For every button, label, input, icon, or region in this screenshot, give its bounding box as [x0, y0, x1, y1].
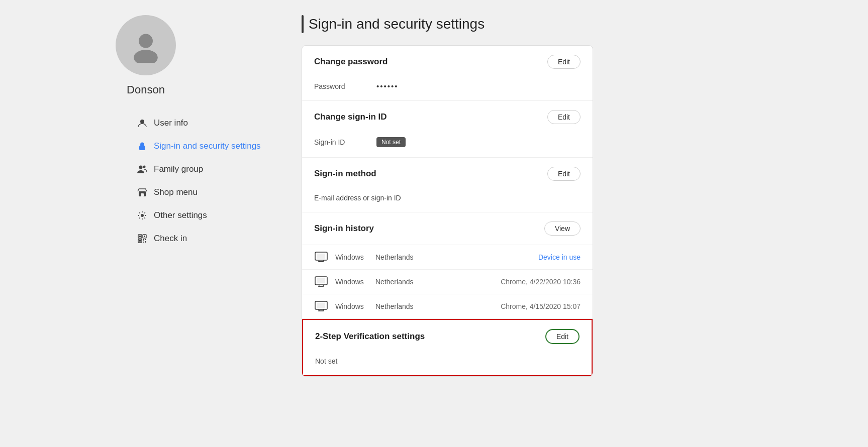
two-step-not-set-value: Not set — [315, 357, 580, 365]
svg-point-10 — [141, 214, 144, 217]
history-item-1: Windows Netherlands Device in use — [302, 245, 593, 269]
sidebar-item-other-settings[interactable]: Other settings — [131, 205, 292, 226]
change-password-title: Change password — [314, 57, 388, 67]
sidebar-item-shop-menu[interactable]: Shop menu — [131, 182, 292, 203]
change-signin-id-title: Change sign-in ID — [314, 112, 387, 122]
signin-method-edit-button[interactable]: Edit — [547, 167, 581, 181]
history-status-1: Device in use — [538, 253, 581, 261]
svg-rect-26 — [317, 303, 325, 308]
device-icon-2 — [314, 275, 328, 289]
change-signin-id-header: Change sign-in ID Edit — [302, 101, 593, 133]
signin-id-field-row: Sign-in ID Not set — [314, 137, 581, 147]
device-icon-3 — [314, 299, 328, 313]
history-os-2: Windows — [335, 278, 370, 286]
password-value: •••••• — [376, 82, 399, 90]
change-signin-id-edit-button[interactable]: Edit — [547, 110, 581, 124]
sidebar-item-check-in[interactable]: Check in — [131, 228, 292, 249]
sidebar-item-label-shop: Shop menu — [154, 187, 198, 197]
signin-history-header: Sign-in history View — [302, 212, 593, 245]
gear-icon — [137, 210, 148, 221]
history-location-1: Netherlands — [375, 253, 414, 261]
change-signin-id-section: Change sign-in ID Edit Sign-in ID Not se… — [302, 101, 593, 158]
page-title-wrapper: Sign-in and security settings — [302, 15, 838, 33]
signin-method-title: Sign-in method — [314, 169, 376, 179]
two-step-verification-title: 2-Step Verification settings — [315, 331, 425, 342]
signin-id-badge: Not set — [376, 137, 406, 147]
history-item-2: Windows Netherlands Chrome, 4/22/2020 10… — [302, 269, 593, 294]
svg-point-4 — [142, 147, 143, 148]
svg-rect-12 — [139, 236, 141, 237]
signin-method-body: E-mail address or sign-in ID — [302, 190, 593, 212]
svg-rect-9 — [141, 193, 144, 196]
history-status-3: Chrome, 4/15/2020 15:07 — [501, 302, 581, 310]
signin-method-section: Sign-in method Edit E-mail address or si… — [302, 158, 593, 212]
signin-method-value: E-mail address or sign-in ID — [314, 194, 581, 202]
settings-sections: Change password Edit Password •••••• Cha… — [302, 45, 593, 377]
shop-icon — [137, 187, 148, 198]
signin-history-title: Sign-in history — [314, 224, 374, 234]
history-info-1: Windows Netherlands Device in use — [335, 253, 581, 261]
sidebar-item-sign-in-security[interactable]: Sign-in and security settings — [131, 136, 292, 157]
sidebar-item-label-sign-in: Sign-in and security settings — [154, 141, 261, 151]
svg-rect-18 — [145, 239, 146, 240]
svg-point-5 — [139, 166, 143, 169]
sidebar-item-label-user-info: User info — [154, 118, 188, 128]
title-bar-decoration — [302, 15, 304, 33]
history-location-3: Netherlands — [375, 302, 414, 310]
signin-method-header: Sign-in method Edit — [302, 158, 593, 190]
svg-point-6 — [143, 166, 146, 168]
history-os-3: Windows — [335, 302, 370, 310]
signin-history-section: Sign-in history View Windows — [302, 212, 593, 319]
main-content: Sign-in and security settings Change pas… — [292, 0, 868, 447]
change-password-edit-button[interactable]: Edit — [547, 55, 581, 69]
svg-point-1 — [134, 50, 158, 63]
svg-rect-17 — [143, 239, 144, 241]
username: Donson — [127, 83, 165, 96]
signin-history-view-button[interactable]: View — [544, 221, 581, 236]
change-password-body: Password •••••• — [302, 78, 593, 100]
svg-rect-22 — [317, 254, 325, 259]
device-icon-1 — [314, 250, 328, 264]
person-icon — [137, 118, 148, 129]
history-status-2: Chrome, 4/22/2020 10:36 — [501, 278, 581, 286]
two-step-verification-section: 2-Step Verification settings Edit Not se… — [302, 319, 593, 376]
svg-point-0 — [139, 34, 153, 48]
avatar — [116, 15, 176, 75]
nav-list: User info Sign-in and security settings — [0, 113, 292, 249]
svg-rect-19 — [143, 242, 144, 243]
sidebar-item-label-checkin: Check in — [154, 234, 187, 244]
two-step-verification-body: Not set — [303, 353, 592, 375]
svg-point-2 — [140, 120, 144, 124]
svg-rect-20 — [145, 241, 146, 243]
signin-id-label: Sign-in ID — [314, 138, 364, 146]
two-step-verification-header: 2-Step Verification settings Edit — [303, 320, 592, 353]
qr-icon — [137, 233, 148, 244]
svg-rect-14 — [144, 236, 145, 237]
lock-icon — [137, 141, 148, 152]
sidebar-item-label-family: Family group — [154, 164, 203, 174]
sidebar-item-user-info[interactable]: User info — [131, 113, 292, 134]
two-step-verification-edit-button[interactable]: Edit — [545, 329, 580, 344]
svg-rect-16 — [139, 240, 141, 242]
page-title: Sign-in and security settings — [309, 16, 485, 32]
change-password-header: Change password Edit — [302, 46, 593, 78]
history-os-1: Windows — [335, 253, 370, 261]
change-signin-id-body: Sign-in ID Not set — [302, 133, 593, 157]
history-info-2: Windows Netherlands Chrome, 4/22/2020 10… — [335, 278, 581, 286]
sidebar-item-family-group[interactable]: Family group — [131, 159, 292, 180]
history-info-3: Windows Netherlands Chrome, 4/15/2020 15… — [335, 302, 581, 310]
sidebar-item-label-other: Other settings — [154, 210, 207, 220]
history-location-2: Netherlands — [375, 278, 414, 286]
svg-rect-24 — [317, 278, 325, 283]
password-label: Password — [314, 82, 364, 90]
family-icon — [137, 164, 148, 175]
sidebar: Donson User info — [0, 0, 292, 447]
history-item-3: Windows Netherlands Chrome, 4/15/2020 15… — [302, 294, 593, 318]
change-password-section: Change password Edit Password •••••• — [302, 46, 593, 101]
password-field-row: Password •••••• — [314, 82, 581, 90]
